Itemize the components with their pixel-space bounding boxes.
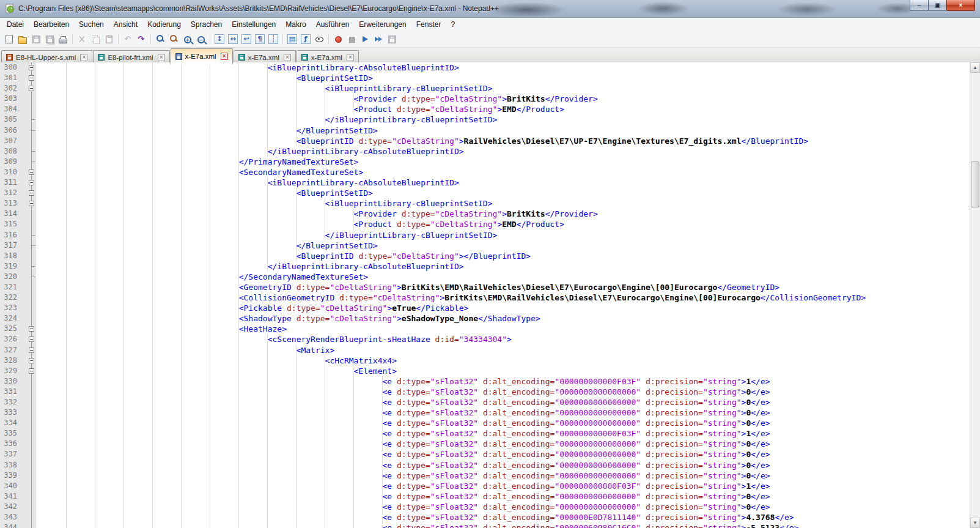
fold-toggle-icon[interactable] xyxy=(27,198,36,209)
redo-button[interactable]: ↷ xyxy=(134,32,148,46)
code-line-318[interactable]: 318<BlueprintID d:type="cDeltaString"></… xyxy=(0,251,970,261)
fold-toggle-icon[interactable] xyxy=(27,62,36,73)
code-line-337[interactable]: 337<e d:type="sFloat32" d:alt_encoding="… xyxy=(0,449,970,459)
code-line-312[interactable]: 312<BlueprintSetID> xyxy=(0,188,970,198)
print-button[interactable] xyxy=(56,32,70,46)
menu-item-bearbeiten[interactable]: Bearbeiten xyxy=(29,18,74,31)
tab-5-x-e7a-xml[interactable]: x-E7a.xml× xyxy=(297,50,359,64)
run-macro-multiple-times-button[interactable] xyxy=(372,32,385,46)
new-file-button[interactable] xyxy=(2,32,16,46)
zoom-in-button[interactable]: + xyxy=(180,32,194,46)
scroll-down-button[interactable]: ▼ xyxy=(970,518,980,528)
fold-toggle-icon[interactable] xyxy=(27,345,36,355)
maximize-button[interactable]: ▣ xyxy=(928,0,947,11)
code-area[interactable]: 300<iBlueprintLibrary-cAbsoluteBlueprint… xyxy=(0,62,970,528)
scrollbar-thumb[interactable] xyxy=(971,162,979,207)
menu-item-suchen[interactable]: Suchen xyxy=(74,18,109,31)
minimize-button[interactable]: – xyxy=(910,0,929,11)
tab-4-x-e7a-xml[interactable]: x-E7a.xml× xyxy=(234,50,296,64)
document-map-button[interactable]: ▤ xyxy=(286,32,299,46)
menu-item-fenster[interactable]: Fenster xyxy=(411,18,446,31)
fold-toggle-icon[interactable] xyxy=(27,334,36,344)
code-line-327[interactable]: 327<Matrix> xyxy=(0,345,970,355)
code-line-328[interactable]: 328<cHcRMatrix4x4> xyxy=(0,355,970,366)
close-tab-icon[interactable]: × xyxy=(80,54,87,61)
code-line-302[interactable]: 302<iBlueprintLibrary-cBlueprintSetID> xyxy=(0,83,970,94)
close-window-button[interactable]: × xyxy=(946,0,975,11)
fold-toggle-icon[interactable] xyxy=(27,188,36,198)
code-line-340[interactable]: 340<e d:type="sFloat32" d:alt_encoding="… xyxy=(0,481,970,491)
code-line-313[interactable]: 313<iBlueprintLibrary-cBlueprintSetID> xyxy=(0,198,970,209)
fold-toggle-icon[interactable] xyxy=(27,366,36,376)
fold-toggle-icon[interactable] xyxy=(27,355,36,366)
fold-toggle-icon[interactable] xyxy=(27,324,36,334)
code-line-341[interactable]: 341<e d:type="sFloat32" d:alt_encoding="… xyxy=(0,491,970,502)
code-line-307[interactable]: 307<BlueprintID d:type="cDeltaString">Ra… xyxy=(0,136,970,146)
code-line-326[interactable]: 326<cSceneryRenderBlueprint-sHeatHaze d:… xyxy=(0,334,970,344)
function-list-button[interactable]: ƒ xyxy=(299,32,312,46)
code-line-309[interactable]: 309</PrimaryNamedTextureSet> xyxy=(0,157,970,167)
code-line-333[interactable]: 333<e d:type="sFloat32" d:alt_encoding="… xyxy=(0,407,970,418)
code-line-314[interactable]: 314<Provider d:type="cDeltaString">BritK… xyxy=(0,209,970,219)
code-line-305[interactable]: 305</iBlueprintLibrary-cBlueprintSetID> xyxy=(0,114,970,125)
fold-toggle-icon[interactable] xyxy=(27,167,36,177)
menu-item-einstellungen[interactable]: Einstellungen xyxy=(227,18,281,31)
code-line-344[interactable]: 344<e d:type="sFloat32" d:alt_encoding="… xyxy=(0,522,970,528)
fold-toggle-icon[interactable] xyxy=(27,83,36,94)
code-line-315[interactable]: 315<Product d:type="cDeltaString">EMD</P… xyxy=(0,219,970,229)
code-line-332[interactable]: 332<e d:type="sFloat32" d:alt_encoding="… xyxy=(0,397,970,407)
menu-item-erweiterungen[interactable]: Erweiterungen xyxy=(354,18,411,31)
tab-3-x-e7a-xml[interactable]: x-E7a.xml× xyxy=(171,48,233,64)
code-line-322[interactable]: 322<CollisionGeometryID d:type="cDeltaSt… xyxy=(0,292,970,303)
code-line-301[interactable]: 301<BlueprintSetID> xyxy=(0,73,970,83)
vertical-scrollbar[interactable]: ▲ ▼ xyxy=(970,62,980,528)
code-line-324[interactable]: 324<ShadowType d:type="cDeltaString">eSh… xyxy=(0,313,970,324)
code-line-308[interactable]: 308</iBlueprintLibrary-cAbsoluteBlueprin… xyxy=(0,146,970,157)
open-file-button[interactable] xyxy=(16,32,29,46)
tab-1-e8-hl-upper-s-xml[interactable]: E8-HL-Upper-s.xml× xyxy=(1,50,92,64)
code-line-303[interactable]: 303<Provider d:type="cDeltaString">BritK… xyxy=(0,94,970,104)
close-tab-icon[interactable]: × xyxy=(221,53,228,60)
code-line-343[interactable]: 343<e d:type="sFloat32" d:alt_encoding="… xyxy=(0,512,970,522)
close-tab-icon[interactable]: × xyxy=(158,54,165,61)
code-line-330[interactable]: 330<e d:type="sFloat32" d:alt_encoding="… xyxy=(0,376,970,387)
code-line-321[interactable]: 321<GeometryID d:type="cDeltaString">Bri… xyxy=(0,282,970,292)
code-line-320[interactable]: 320</SecondaryNamedTextureSet> xyxy=(0,272,970,282)
sync-vertical-scrolling-button[interactable]: ↕ xyxy=(213,32,226,46)
code-line-335[interactable]: 335<e d:type="sFloat32" d:alt_encoding="… xyxy=(0,428,970,439)
indent-guide-button[interactable]: ┆ xyxy=(267,32,280,46)
scrollbar-track[interactable] xyxy=(970,73,980,518)
menu-item-datei[interactable]: Datei xyxy=(2,18,29,31)
menu-item-sprachen[interactable]: Sprachen xyxy=(186,18,227,31)
menu-item-kodierung[interactable]: Kodierung xyxy=(142,18,186,31)
editor[interactable]: 300<iBlueprintLibrary-cAbsoluteBlueprint… xyxy=(0,62,980,528)
close-tab-icon[interactable]: × xyxy=(347,54,354,61)
code-line-334[interactable]: 334<e d:type="sFloat32" d:alt_encoding="… xyxy=(0,418,970,428)
code-line-300[interactable]: 300<iBlueprintLibrary-cAbsoluteBlueprint… xyxy=(0,62,970,73)
monitoring-button[interactable] xyxy=(312,32,326,46)
tab-2-e8-pilot-frt-xml[interactable]: E8-pilot-frt.xml× xyxy=(93,50,169,64)
menu-item-ausfuehren[interactable]: Ausführen xyxy=(311,18,355,31)
show-all-characters-button[interactable]: ¶ xyxy=(253,32,267,46)
code-line-316[interactable]: 316</iBlueprintLibrary-cBlueprintSetID> xyxy=(0,230,970,240)
code-line-319[interactable]: 319</iBlueprintLibrary-cAbsoluteBlueprin… xyxy=(0,261,970,272)
word-wrap-button[interactable]: ↩ xyxy=(240,32,253,46)
code-line-310[interactable]: 310<SecondaryNamedTextureSet> xyxy=(0,167,970,177)
menu-item-makro[interactable]: Makro xyxy=(281,18,311,31)
menu-item-ansicht[interactable]: Ansicht xyxy=(109,18,142,31)
title-bar[interactable]: C:\Program Files (x86)\Steam\steamapps\c… xyxy=(0,0,980,18)
record-macro-button[interactable] xyxy=(331,32,345,46)
replace-button[interactable] xyxy=(167,32,180,46)
code-line-338[interactable]: 338<e d:type="sFloat32" d:alt_encoding="… xyxy=(0,460,970,470)
close-tab-icon[interactable]: × xyxy=(284,54,291,61)
zoom-out-button[interactable]: − xyxy=(194,32,207,46)
code-line-336[interactable]: 336<e d:type="sFloat32" d:alt_encoding="… xyxy=(0,439,970,449)
code-line-311[interactable]: 311<iBlueprintLibrary-cAbsoluteBlueprint… xyxy=(0,177,970,188)
code-line-325[interactable]: 325<HeatHaze> xyxy=(0,324,970,334)
sync-horizontal-scrolling-button[interactable]: ↔ xyxy=(226,32,240,46)
scroll-up-button[interactable]: ▲ xyxy=(970,62,980,73)
code-line-329[interactable]: 329<Element> xyxy=(0,366,970,376)
code-line-331[interactable]: 331<e d:type="sFloat32" d:alt_encoding="… xyxy=(0,387,970,397)
code-line-323[interactable]: 323<Pickable d:type="cDeltaString">eTrue… xyxy=(0,303,970,313)
fold-toggle-icon[interactable] xyxy=(27,73,36,83)
